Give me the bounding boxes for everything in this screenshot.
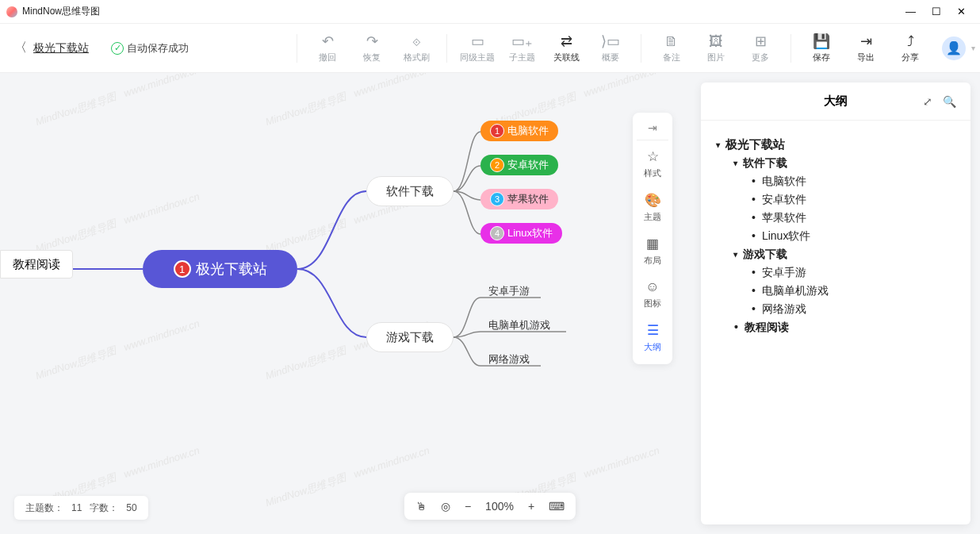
export-icon: ⇥ [860, 33, 872, 50]
node-apple-software[interactable]: 3苹果软件 [480, 189, 558, 209]
outline-title: 大纲 [824, 94, 848, 109]
user-avatar[interactable]: 👤 [942, 36, 966, 60]
relation-icon: ⇄ [561, 33, 572, 50]
sibling-icon: ▭ [471, 33, 484, 50]
document-name[interactable]: 极光下载站 [33, 41, 89, 56]
check-icon: ✓ [111, 42, 124, 55]
zoom-out-button[interactable]: − [465, 500, 471, 513]
zoom-bar: 🖱 ◎ − 100% + ⌨ [404, 493, 576, 520]
node-online-game[interactable]: 网络游戏 [488, 352, 530, 367]
node-android-game[interactable]: 安卓手游 [488, 284, 530, 298]
undo-button[interactable]: ↶撤回 [305, 33, 350, 63]
outline-item[interactable]: 苹果软件 [752, 211, 955, 225]
summary-button[interactable]: ⟩▭概要 [588, 33, 633, 63]
side-toolbar: ⇥ ☆样式 🎨主题 ▦布局 ☺图标 ☰大纲 [633, 113, 672, 364]
outline-item[interactable]: 安卓软件 [752, 193, 955, 207]
node-android-software[interactable]: 2安卓软件 [480, 155, 558, 175]
node-pc-game[interactable]: 电脑单机游戏 [488, 318, 550, 332]
export-button[interactable]: ⇥导出 [844, 33, 888, 63]
badge-2-icon: 2 [490, 158, 504, 172]
node-reading[interactable]: 教程阅读 [0, 250, 73, 279]
share-icon: ⤴ [907, 33, 914, 50]
minimize-icon[interactable]: — [905, 6, 916, 17]
expand-icon[interactable]: ⤢ [923, 95, 932, 108]
outline-item[interactable]: Linux软件 [752, 229, 955, 244]
badge-1-icon: 1 [490, 124, 504, 138]
palette-icon: 🎨 [645, 192, 661, 209]
outline-item[interactable]: 安卓手游 [752, 266, 955, 280]
child-topic-button[interactable]: ▭₊子主题 [500, 33, 544, 63]
close-icon[interactable]: ✕ [957, 6, 966, 17]
mouse-mode-icon[interactable]: 🖱 [415, 500, 427, 513]
summary-icon: ⟩▭ [601, 33, 620, 50]
save-button[interactable]: 💾保存 [799, 33, 844, 63]
collapse-panel-button[interactable]: ⇥ [648, 117, 657, 138]
badge-3-icon: 3 [490, 192, 504, 206]
window-controls: — ☐ ✕ [905, 6, 974, 17]
node-pc-software[interactable]: 1电脑软件 [480, 121, 558, 141]
outline-header: 大纲 ⤢ 🔍 [701, 83, 970, 121]
style-panel-button[interactable]: ☆样式 [633, 142, 672, 186]
layout-icon: ▦ [646, 236, 659, 252]
toolbar: 〈 极光下载站 ✓ 自动保存成功 ↶撤回 ↷恢复 ⟐格式刷 ▭同级主题 ▭₊子主… [0, 24, 980, 73]
more-button[interactable]: ⊞更多 [738, 33, 783, 63]
word-count-label: 字数： [90, 501, 118, 515]
mindmap-canvas[interactable]: MindNow思维导图 www.mindnow.cn MindNow思维导图 w… [0, 73, 980, 534]
layout-panel-button[interactable]: ▦布局 [633, 229, 672, 273]
list-icon: ☰ [647, 322, 659, 339]
outline-item[interactable]: 电脑单机游戏 [752, 284, 955, 298]
outline-body: 极光下载站 软件下载 电脑软件 安卓软件 苹果软件 Linux软件 游戏下载 安… [701, 121, 970, 352]
window-title: MindNow思维导图 [22, 5, 100, 18]
undo-icon: ↶ [322, 33, 334, 50]
redo-icon: ↷ [366, 33, 378, 50]
outline-software[interactable]: 软件下载 [734, 156, 955, 171]
autosave-label: 自动保存成功 [127, 41, 189, 56]
note-button[interactable]: 🗎备注 [649, 33, 694, 63]
outline-games[interactable]: 游戏下载 [734, 248, 955, 262]
note-icon: 🗎 [664, 33, 679, 50]
word-count: 50 [126, 502, 136, 513]
sibling-topic-button[interactable]: ▭同级主题 [455, 33, 500, 63]
node-linux-software[interactable]: 4Linux软件 [480, 223, 562, 244]
node-software[interactable]: 软件下载 [366, 176, 454, 206]
share-button[interactable]: ⤴分享 [888, 33, 932, 63]
child-icon: ▭₊ [511, 33, 533, 50]
image-icon: 🖼 [709, 33, 723, 50]
format-brush-button[interactable]: ⟐格式刷 [394, 33, 438, 63]
outline-reading[interactable]: 教程阅读 [734, 321, 955, 335]
outline-item[interactable]: 网络游戏 [752, 302, 955, 317]
icon-panel-button[interactable]: ☺图标 [633, 273, 672, 316]
keyboard-icon[interactable]: ⌨ [549, 500, 565, 513]
outline-item[interactable]: 电脑软件 [752, 175, 955, 189]
autosave-status: ✓ 自动保存成功 [111, 41, 189, 56]
badge-4-icon: 4 [490, 226, 504, 240]
zoom-level: 100% [485, 500, 514, 513]
smile-icon: ☺ [645, 279, 659, 295]
center-icon[interactable]: ◎ [441, 500, 450, 513]
outline-root[interactable]: 极光下载站 [717, 137, 955, 152]
outline-panel-button[interactable]: ☰大纲 [633, 316, 672, 359]
topic-count-label: 主题数： [25, 501, 63, 515]
save-icon: 💾 [813, 33, 830, 50]
theme-panel-button[interactable]: 🎨主题 [633, 186, 672, 229]
topic-count: 11 [71, 502, 82, 513]
redo-button[interactable]: ↷恢复 [350, 33, 394, 63]
user-icon: 👤 [946, 40, 962, 56]
status-bar: 主题数： 11 字数： 50 [14, 496, 148, 520]
relation-line-button[interactable]: ⇄关联线 [544, 33, 588, 63]
title-bar: MindNow思维导图 — ☐ ✕ [0, 0, 980, 24]
brush-icon: ⟐ [412, 33, 421, 50]
outline-panel: 大纲 ⤢ 🔍 极光下载站 软件下载 电脑软件 安卓软件 苹果软件 Linux软件… [701, 83, 970, 524]
badge-1-icon: 1 [174, 260, 191, 278]
search-icon[interactable]: 🔍 [943, 95, 956, 108]
zoom-in-button[interactable]: + [528, 500, 534, 513]
app-logo-icon [6, 6, 17, 17]
node-games[interactable]: 游戏下载 [366, 322, 454, 352]
back-button[interactable]: 〈 [14, 40, 27, 56]
star-icon: ☆ [647, 148, 659, 165]
node-root[interactable]: 1极光下载站 [143, 250, 297, 288]
more-icon: ⊞ [755, 33, 767, 50]
maximize-icon[interactable]: ☐ [932, 6, 941, 17]
image-button[interactable]: 🖼图片 [694, 33, 738, 63]
